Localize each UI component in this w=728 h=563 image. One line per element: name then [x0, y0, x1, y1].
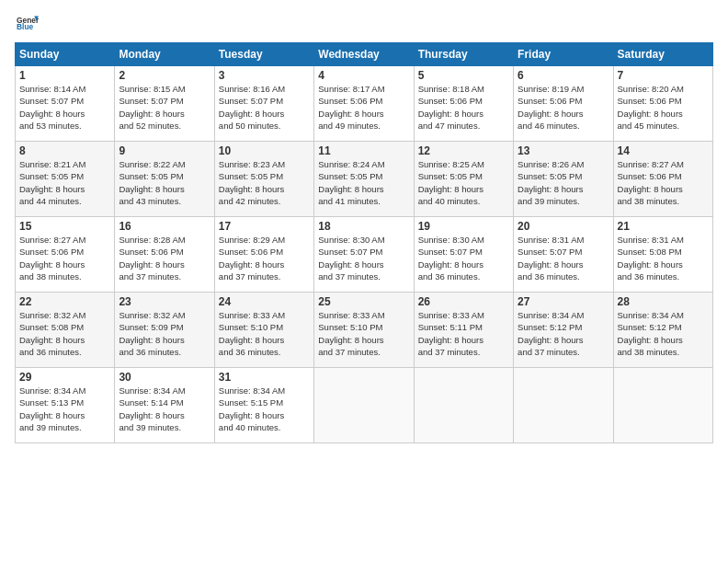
calendar-cell — [414, 368, 513, 443]
calendar-week-row: 8 Sunrise: 8:21 AMSunset: 5:05 PMDayligh… — [16, 142, 713, 217]
day-number: 18 — [318, 220, 409, 233]
calendar-cell: 10 Sunrise: 8:23 AMSunset: 5:05 PMDaylig… — [214, 142, 313, 217]
day-number: 3 — [219, 69, 310, 82]
calendar-table: SundayMondayTuesdayWednesdayThursdayFrid… — [15, 42, 713, 443]
day-info: Sunrise: 8:30 AMSunset: 5:07 PMDaylight:… — [318, 234, 409, 282]
page-container: General Blue SundayMondayTuesdayWednesda… — [0, 0, 728, 454]
calendar-cell: 22 Sunrise: 8:32 AMSunset: 5:08 PMDaylig… — [16, 293, 115, 368]
calendar-cell — [314, 368, 414, 443]
calendar-cell: 26 Sunrise: 8:33 AMSunset: 5:11 PMDaylig… — [414, 293, 513, 368]
weekday-header: Wednesday — [314, 43, 414, 66]
weekday-header-row: SundayMondayTuesdayWednesdayThursdayFrid… — [16, 43, 713, 66]
calendar-cell: 20 Sunrise: 8:31 AMSunset: 5:07 PMDaylig… — [514, 217, 613, 293]
day-info: Sunrise: 8:20 AMSunset: 5:06 PMDaylight:… — [618, 83, 709, 132]
day-info: Sunrise: 8:33 AMSunset: 5:11 PMDaylight:… — [418, 309, 509, 358]
day-info: Sunrise: 8:17 AMSunset: 5:06 PMDaylight:… — [318, 83, 409, 132]
calendar-cell: 4 Sunrise: 8:17 AMSunset: 5:06 PMDayligh… — [314, 66, 414, 142]
calendar-cell: 21 Sunrise: 8:31 AMSunset: 5:08 PMDaylig… — [613, 217, 712, 293]
logo-icon: General Blue — [17, 11, 39, 33]
calendar-week-row: 29 Sunrise: 8:34 AMSunset: 5:13 PMDaylig… — [16, 368, 713, 443]
day-info: Sunrise: 8:15 AMSunset: 5:07 PMDaylight:… — [119, 83, 210, 132]
day-number: 27 — [518, 295, 609, 308]
calendar-cell: 29 Sunrise: 8:34 AMSunset: 5:13 PMDaylig… — [16, 368, 115, 443]
calendar-cell: 1 Sunrise: 8:14 AMSunset: 5:07 PMDayligh… — [16, 66, 115, 142]
day-number: 7 — [618, 69, 709, 82]
day-info: Sunrise: 8:19 AMSunset: 5:06 PMDaylight:… — [518, 83, 609, 132]
day-number: 19 — [418, 220, 509, 233]
calendar-cell: 16 Sunrise: 8:28 AMSunset: 5:06 PMDaylig… — [115, 217, 214, 293]
calendar-cell: 13 Sunrise: 8:26 AMSunset: 5:05 PMDaylig… — [514, 142, 613, 217]
day-number: 22 — [19, 295, 110, 308]
logo: General Blue — [15, 11, 42, 33]
day-info: Sunrise: 8:27 AMSunset: 5:06 PMDaylight:… — [19, 234, 110, 282]
day-number: 20 — [518, 220, 609, 233]
day-number: 21 — [618, 220, 709, 233]
day-info: Sunrise: 8:18 AMSunset: 5:06 PMDaylight:… — [418, 83, 509, 132]
calendar-week-row: 1 Sunrise: 8:14 AMSunset: 5:07 PMDayligh… — [16, 66, 713, 142]
calendar-cell: 15 Sunrise: 8:27 AMSunset: 5:06 PMDaylig… — [16, 217, 115, 293]
day-info: Sunrise: 8:26 AMSunset: 5:05 PMDaylight:… — [518, 158, 609, 207]
day-number: 24 — [219, 295, 310, 308]
day-number: 17 — [219, 220, 310, 233]
day-number: 8 — [19, 144, 110, 157]
page-header: General Blue — [15, 11, 713, 33]
calendar-cell: 6 Sunrise: 8:19 AMSunset: 5:06 PMDayligh… — [514, 66, 613, 142]
calendar-cell: 7 Sunrise: 8:20 AMSunset: 5:06 PMDayligh… — [613, 66, 712, 142]
calendar-cell: 19 Sunrise: 8:30 AMSunset: 5:07 PMDaylig… — [414, 217, 513, 293]
day-number: 4 — [318, 69, 409, 82]
calendar-cell: 17 Sunrise: 8:29 AMSunset: 5:06 PMDaylig… — [214, 217, 313, 293]
day-number: 5 — [418, 69, 509, 82]
day-info: Sunrise: 8:14 AMSunset: 5:07 PMDaylight:… — [19, 83, 110, 132]
day-info: Sunrise: 8:32 AMSunset: 5:08 PMDaylight:… — [19, 309, 110, 358]
day-info: Sunrise: 8:28 AMSunset: 5:06 PMDaylight:… — [119, 234, 210, 282]
weekday-header: Thursday — [414, 43, 513, 66]
day-info: Sunrise: 8:34 AMSunset: 5:12 PMDaylight:… — [618, 309, 709, 358]
day-number: 25 — [318, 295, 409, 308]
day-info: Sunrise: 8:16 AMSunset: 5:07 PMDaylight:… — [219, 83, 310, 132]
day-number: 26 — [418, 295, 509, 308]
calendar-cell — [514, 368, 613, 443]
svg-text:Blue: Blue — [17, 22, 34, 31]
calendar-cell: 27 Sunrise: 8:34 AMSunset: 5:12 PMDaylig… — [514, 293, 613, 368]
calendar-week-row: 22 Sunrise: 8:32 AMSunset: 5:08 PMDaylig… — [16, 293, 713, 368]
day-number: 10 — [219, 144, 310, 157]
calendar-cell: 14 Sunrise: 8:27 AMSunset: 5:06 PMDaylig… — [613, 142, 712, 217]
day-info: Sunrise: 8:34 AMSunset: 5:12 PMDaylight:… — [518, 309, 609, 358]
day-number: 15 — [19, 220, 110, 233]
day-info: Sunrise: 8:34 AMSunset: 5:15 PMDaylight:… — [219, 385, 310, 433]
calendar-cell: 18 Sunrise: 8:30 AMSunset: 5:07 PMDaylig… — [314, 217, 414, 293]
weekday-header: Friday — [514, 43, 613, 66]
day-number: 14 — [618, 144, 709, 157]
day-info: Sunrise: 8:27 AMSunset: 5:06 PMDaylight:… — [618, 158, 709, 207]
weekday-header: Saturday — [613, 43, 712, 66]
day-number: 31 — [219, 371, 310, 384]
day-info: Sunrise: 8:34 AMSunset: 5:14 PMDaylight:… — [119, 385, 210, 433]
calendar-cell: 25 Sunrise: 8:33 AMSunset: 5:10 PMDaylig… — [314, 293, 414, 368]
weekday-header: Tuesday — [214, 43, 313, 66]
weekday-header: Monday — [115, 43, 214, 66]
day-number: 11 — [318, 144, 409, 157]
day-number: 13 — [518, 144, 609, 157]
day-info: Sunrise: 8:21 AMSunset: 5:05 PMDaylight:… — [19, 158, 110, 207]
day-number: 9 — [119, 144, 210, 157]
day-info: Sunrise: 8:25 AMSunset: 5:05 PMDaylight:… — [418, 158, 509, 207]
day-number: 28 — [618, 295, 709, 308]
calendar-cell: 31 Sunrise: 8:34 AMSunset: 5:15 PMDaylig… — [214, 368, 313, 443]
calendar-cell: 3 Sunrise: 8:16 AMSunset: 5:07 PMDayligh… — [214, 66, 313, 142]
calendar-cell: 2 Sunrise: 8:15 AMSunset: 5:07 PMDayligh… — [115, 66, 214, 142]
day-info: Sunrise: 8:34 AMSunset: 5:13 PMDaylight:… — [19, 385, 110, 433]
day-number: 29 — [19, 371, 110, 384]
day-info: Sunrise: 8:32 AMSunset: 5:09 PMDaylight:… — [119, 309, 210, 358]
calendar-cell: 11 Sunrise: 8:24 AMSunset: 5:05 PMDaylig… — [314, 142, 414, 217]
day-info: Sunrise: 8:22 AMSunset: 5:05 PMDaylight:… — [119, 158, 210, 207]
day-number: 1 — [19, 69, 110, 82]
day-info: Sunrise: 8:31 AMSunset: 5:08 PMDaylight:… — [618, 234, 709, 282]
weekday-header: Sunday — [16, 43, 115, 66]
calendar-cell: 5 Sunrise: 8:18 AMSunset: 5:06 PMDayligh… — [414, 66, 513, 142]
calendar-cell: 30 Sunrise: 8:34 AMSunset: 5:14 PMDaylig… — [115, 368, 214, 443]
day-number: 2 — [119, 69, 210, 82]
day-info: Sunrise: 8:33 AMSunset: 5:10 PMDaylight:… — [318, 309, 409, 358]
day-info: Sunrise: 8:30 AMSunset: 5:07 PMDaylight:… — [418, 234, 509, 282]
day-number: 23 — [119, 295, 210, 308]
day-number: 30 — [119, 371, 210, 384]
